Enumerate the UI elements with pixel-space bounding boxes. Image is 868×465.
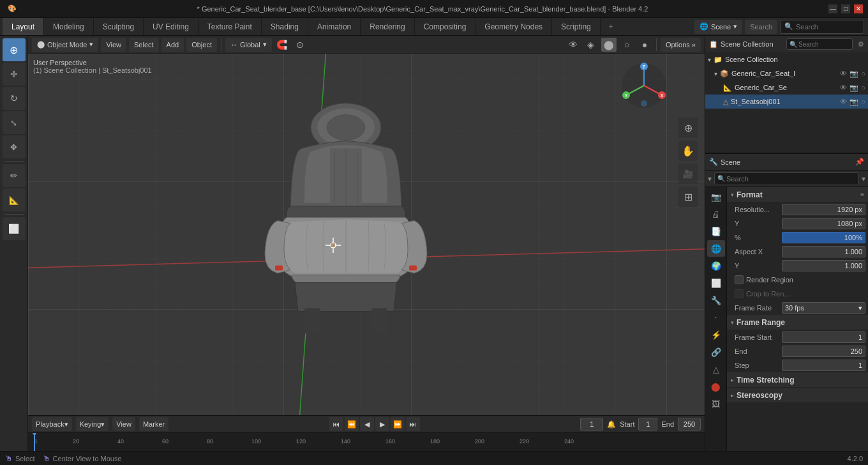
play-reverse-button[interactable]: ◀ — [360, 417, 374, 431]
maximize-button[interactable]: □ — [841, 4, 850, 13]
tool-measure[interactable]: 📐 — [3, 188, 26, 211]
grid-toggle-button[interactable]: ⊞ — [678, 187, 698, 207]
outliner-search-input[interactable] — [798, 41, 849, 48]
render-icon-2[interactable]: ○ — [861, 84, 865, 91]
render-icon-3[interactable]: ○ — [861, 98, 865, 105]
frame-range-header[interactable]: ▾ Frame Range — [727, 315, 868, 330]
prev-frame-button[interactable]: ⏪ — [345, 417, 359, 431]
props-pin-icon[interactable]: 📌 — [855, 158, 864, 166]
resolution-pct-value[interactable]: 100% — [782, 232, 865, 243]
frame-rate-dropdown[interactable]: 30 fps ▾ — [782, 302, 865, 314]
prop-icon-world[interactable]: 🌍 — [707, 257, 725, 274]
timeline-ruler[interactable]: 1 20 40 60 80 100 120 140 160 180 200 22… — [28, 433, 705, 451]
aspect-y-value[interactable]: 1.000 — [782, 260, 865, 271]
prop-icon-physics[interactable]: ⚡ — [707, 326, 725, 343]
view-layer-button[interactable]: Search — [745, 20, 777, 34]
cam-icon-3[interactable]: 📷 — [849, 98, 858, 106]
tab-compositing[interactable]: Compositing — [415, 18, 476, 35]
prop-icon-data[interactable]: △ — [707, 361, 725, 377]
resolution-x-value[interactable]: 1920 px — [782, 204, 865, 215]
outliner-item-st-seatsobj001[interactable]: △ St_Seatsobj001 👁 📷 ○ — [705, 95, 868, 109]
stereoscopy-header[interactable]: ▸ Stereoscopy — [727, 388, 868, 403]
crop-render-checkbox[interactable] — [735, 289, 744, 298]
eye-icon-1[interactable]: 👁 — [840, 70, 847, 77]
eye-icon-2[interactable]: 👁 — [840, 84, 847, 91]
outliner-item-car-seat-l[interactable]: ▾ 📦 Generic_Car_Seat_l 👁 📷 ○ — [705, 66, 868, 80]
tab-sculpting[interactable]: Sculpting — [94, 18, 144, 35]
tool-rotate[interactable]: ↻ — [3, 87, 26, 110]
tool-add-cube[interactable]: ⬜ — [3, 217, 26, 240]
transform-global[interactable]: ↔ Global ▾ — [225, 38, 272, 52]
render-region-checkbox[interactable] — [735, 275, 744, 284]
xray-toggle[interactable]: ◈ — [583, 38, 599, 52]
scene-dropdown[interactable]: 🌐 Scene ▾ — [694, 20, 742, 34]
select-button[interactable]: Select — [129, 38, 159, 52]
marker-menu[interactable]: Marker — [139, 417, 168, 431]
cam-icon-2[interactable]: 📷 — [849, 84, 858, 92]
tab-uv-editing[interactable]: UV Editing — [144, 18, 198, 35]
tab-shading[interactable]: Shading — [262, 18, 308, 35]
tab-layout[interactable]: Layout — [3, 18, 44, 35]
prop-icon-scene[interactable]: 🌐 — [707, 240, 725, 257]
props-dropdown-button[interactable]: ▾ — [708, 174, 712, 183]
viewport-shading-material[interactable]: ○ — [619, 38, 634, 52]
render-icon-1[interactable]: ○ — [861, 70, 865, 77]
viewport-shading-solid[interactable]: ⬤ — [601, 38, 617, 52]
snap-button[interactable]: 🧲 — [274, 38, 290, 52]
prop-icon-object[interactable]: ⬜ — [707, 275, 725, 291]
tab-rendering[interactable]: Rendering — [361, 18, 414, 35]
tab-modeling[interactable]: Modeling — [44, 18, 94, 35]
tab-animation[interactable]: Animation — [308, 18, 361, 35]
viewport-gizmo[interactable]: Z X Y — [618, 60, 670, 111]
jump-end-button[interactable]: ⏭ — [406, 417, 420, 431]
end-frame-input[interactable] — [678, 418, 701, 431]
aspect-x-value[interactable]: 1.000 — [782, 246, 865, 257]
eye-icon-3[interactable]: 👁 — [840, 98, 847, 105]
options-button[interactable]: Options » — [661, 38, 701, 52]
resolution-y-value[interactable]: 1080 px — [782, 218, 865, 229]
current-frame-input[interactable] — [580, 418, 603, 431]
minimize-button[interactable]: — — [828, 4, 837, 13]
viewport-shading-rendered[interactable]: ● — [637, 38, 652, 52]
props-expand-button[interactable]: ▾ — [862, 174, 865, 183]
frame-start-value[interactable]: 1 — [782, 332, 865, 343]
tool-annotate[interactable]: ✏ — [3, 164, 26, 187]
prop-icon-modifiers[interactable]: 🔧 — [707, 292, 725, 309]
show-overlays[interactable]: 👁 — [565, 38, 581, 52]
top-search-input[interactable] — [796, 23, 860, 31]
prop-icon-constraints[interactable]: 🔗 — [707, 344, 725, 360]
start-frame-input[interactable] — [638, 418, 657, 431]
add-workspace-button[interactable]: ＋ — [601, 18, 621, 35]
proportional-edit[interactable]: ⊙ — [292, 38, 308, 52]
camera-view-button[interactable]: 🎥 — [678, 164, 698, 184]
close-button[interactable]: ✕ — [854, 4, 863, 13]
object-mode-button[interactable]: ⬤ Object Mode ▾ — [32, 38, 98, 52]
cam-icon-1[interactable]: 📷 — [849, 70, 858, 78]
outliner-item-car-se[interactable]: 📐 Generic_Car_Se 👁 📷 ○ — [705, 80, 868, 95]
outliner-item-scene-collection[interactable]: ▾ 📁 Scene Collection — [705, 52, 868, 66]
prop-icon-render[interactable]: 📷 — [707, 188, 725, 205]
view-menu[interactable]: View — [112, 417, 135, 431]
tab-texture-paint[interactable]: Texture Paint — [198, 18, 262, 35]
next-frame-button[interactable]: ⏩ — [391, 417, 405, 431]
frame-step-value[interactable]: 1 — [782, 360, 865, 371]
pan-button[interactable]: ✋ — [678, 141, 698, 161]
frame-end-value[interactable]: 250 — [782, 346, 865, 357]
tab-scripting[interactable]: Scripting — [552, 18, 601, 35]
tab-geometry-nodes[interactable]: Geometry Nodes — [475, 18, 552, 35]
play-button[interactable]: ▶ — [375, 417, 389, 431]
prop-icon-material[interactable]: ⬤ — [707, 378, 725, 395]
viewport-3d[interactable]: User Perspective (1) Scene Collection | … — [28, 54, 705, 429]
playback-menu[interactable]: Playback ▾ — [32, 417, 72, 431]
props-search-input[interactable] — [726, 175, 856, 183]
tool-cursor[interactable]: ⊕ — [3, 38, 26, 61]
format-section-header[interactable]: ▾ Format ≡ — [727, 187, 868, 202]
tool-transform[interactable]: ✥ — [3, 135, 26, 158]
object-button[interactable]: Object — [186, 38, 217, 52]
format-menu-icon[interactable]: ≡ — [860, 191, 864, 198]
time-stretching-header[interactable]: ▸ Time Stretching — [727, 372, 868, 388]
tool-move[interactable]: ✛ — [3, 63, 26, 86]
add-button[interactable]: Add — [161, 38, 184, 52]
zoom-in-button[interactable]: ⊕ — [678, 118, 698, 138]
prop-icon-output[interactable]: 🖨 — [707, 206, 725, 222]
